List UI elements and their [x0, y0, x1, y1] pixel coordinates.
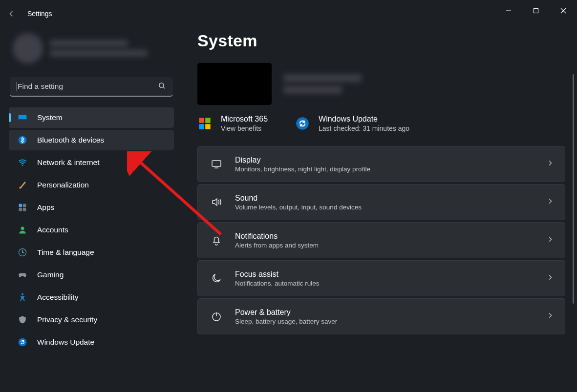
device-summary — [197, 62, 565, 106]
card-sub: Monitors, brightness, night light, displ… — [235, 165, 370, 173]
card-sub: Notifications, automatic rules — [235, 280, 320, 287]
sidebar-item-bluetooth[interactable]: Bluetooth & devices — [9, 130, 174, 150]
promo-microsoft-365[interactable]: Microsoft 365 View benefits — [197, 115, 268, 132]
sidebar-item-label: Time & language — [37, 248, 94, 257]
sidebar-item-gaming[interactable]: Gaming — [9, 265, 174, 285]
avatar — [13, 33, 43, 63]
svg-line-5 — [163, 86, 165, 88]
svg-point-17 — [19, 338, 27, 347]
power-icon — [211, 310, 222, 322]
card-notifications[interactable]: Notifications Alerts from apps and syste… — [197, 222, 565, 258]
wifi-icon — [18, 158, 27, 167]
sidebar-item-label: Privacy & security — [37, 315, 97, 324]
svg-rect-7 — [19, 119, 27, 120]
svg-rect-11 — [23, 204, 26, 207]
sidebar-item-label: System — [37, 113, 63, 122]
sidebar-item-accounts[interactable]: Accounts — [9, 220, 174, 240]
sidebar-item-system[interactable]: System — [9, 107, 174, 128]
sidebar-nav: System Bluetooth & devices Network & int… — [9, 107, 174, 352]
sidebar-item-apps[interactable]: Apps — [9, 197, 174, 218]
svg-point-4 — [159, 83, 164, 87]
promo-title: Microsoft 365 — [221, 115, 268, 124]
chevron-right-icon — [546, 273, 554, 283]
main-content: System Microsoft 365 View benefits Windo… — [197, 31, 565, 392]
sidebar: Find a setting System Bluetooth & device… — [9, 34, 174, 392]
sidebar-item-time-language[interactable]: Time & language — [9, 242, 174, 263]
scrollbar[interactable] — [573, 74, 574, 304]
svg-rect-10 — [19, 204, 22, 207]
card-title: Display — [235, 156, 370, 165]
sound-icon — [211, 196, 222, 208]
display-icon — [18, 113, 27, 123]
chevron-right-icon — [546, 311, 554, 321]
app-title: Settings — [27, 10, 52, 18]
search-input[interactable]: Find a setting — [10, 77, 173, 97]
sidebar-item-label: Network & internet — [37, 158, 100, 167]
promo-sub: Last checked: 31 minutes ago — [319, 124, 409, 132]
windows-update-icon — [295, 116, 310, 131]
svg-rect-19 — [205, 118, 211, 123]
card-title: Notifications — [235, 232, 319, 241]
sidebar-item-label: Accounts — [37, 226, 68, 234]
sidebar-item-privacy[interactable]: Privacy & security — [9, 309, 174, 330]
chevron-right-icon — [546, 159, 554, 169]
bell-icon — [211, 234, 222, 246]
svg-rect-18 — [199, 118, 204, 123]
svg-rect-23 — [212, 161, 221, 166]
settings-card-list: Display Monitors, brightness, night ligh… — [197, 146, 565, 334]
svg-point-22 — [296, 117, 309, 130]
promo-windows-update[interactable]: Windows Update Last checked: 31 minutes … — [295, 115, 409, 132]
maximize-button[interactable] — [522, 0, 550, 21]
svg-rect-13 — [23, 208, 26, 211]
window-controls — [495, 0, 577, 21]
sidebar-item-network[interactable]: Network & internet — [9, 152, 174, 173]
sidebar-item-accessibility[interactable]: Accessibility — [9, 287, 174, 308]
card-power-battery[interactable]: Power & battery Sleep, battery usage, ba… — [197, 298, 565, 334]
card-sound[interactable]: Sound Volume levels, output, input, soun… — [197, 184, 565, 220]
bluetooth-icon — [18, 135, 27, 145]
svg-rect-20 — [199, 124, 204, 129]
close-button[interactable] — [550, 0, 577, 21]
sidebar-item-label: Windows Update — [37, 338, 94, 347]
promo-sub: View benefits — [221, 124, 268, 132]
back-button[interactable] — [0, 0, 23, 27]
card-display[interactable]: Display Monitors, brightness, night ligh… — [197, 146, 565, 182]
card-focus-assist[interactable]: Focus assist Notifications, automatic ru… — [197, 260, 565, 296]
card-sub: Sleep, battery usage, battery saver — [235, 318, 337, 325]
svg-rect-21 — [205, 124, 211, 129]
shield-icon — [18, 315, 27, 325]
monitor-icon — [211, 158, 222, 170]
gamepad-icon — [18, 270, 27, 280]
profile-email-redacted — [50, 50, 148, 57]
device-thumbnail[interactable] — [197, 63, 272, 105]
moon-icon — [211, 272, 222, 284]
profile-name-redacted — [50, 40, 128, 47]
promo-row: Microsoft 365 View benefits Windows Upda… — [197, 115, 565, 132]
person-icon — [18, 225, 27, 235]
accessibility-icon — [18, 292, 27, 302]
clock-globe-icon — [18, 248, 27, 257]
profile-block[interactable] — [9, 34, 174, 68]
search-placeholder: Find a setting — [18, 82, 63, 91]
brush-icon — [18, 180, 27, 190]
card-sub: Volume levels, output, input, sound devi… — [235, 204, 362, 211]
titlebar: Settings — [0, 0, 577, 27]
minimize-button[interactable] — [495, 0, 522, 21]
sidebar-item-windows-update[interactable]: Windows Update — [9, 332, 174, 352]
page-title: System — [197, 31, 565, 50]
sidebar-item-label: Bluetooth & devices — [37, 136, 104, 144]
sidebar-item-personalization[interactable]: Personalization — [9, 175, 174, 195]
profile-text — [50, 40, 170, 57]
sidebar-item-label: Gaming — [37, 270, 64, 279]
card-title: Sound — [235, 194, 362, 203]
microsoft-365-icon — [197, 116, 212, 131]
svg-point-9 — [22, 165, 23, 166]
device-text-redacted — [283, 74, 362, 94]
svg-rect-1 — [534, 9, 538, 13]
svg-point-14 — [21, 227, 24, 230]
chevron-right-icon — [546, 197, 554, 207]
search-icon — [158, 82, 166, 92]
sidebar-item-label: Apps — [37, 203, 54, 212]
sidebar-item-label: Accessibility — [37, 293, 78, 302]
sidebar-item-label: Personalization — [37, 181, 89, 189]
